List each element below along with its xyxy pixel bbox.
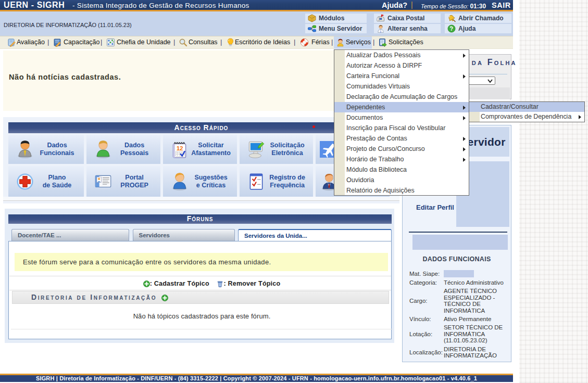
svg-text:12: 12 [176,145,183,151]
svg-text:?: ? [450,25,453,32]
